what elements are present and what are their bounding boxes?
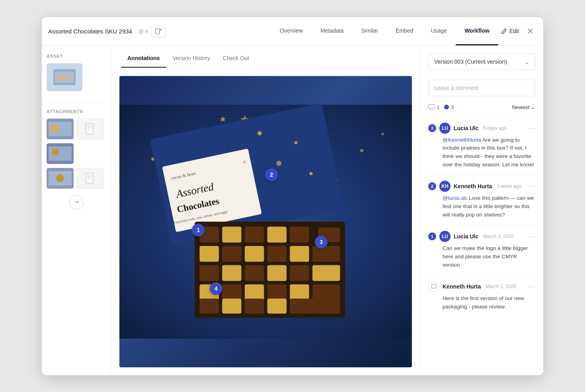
svg-rect-55 [312, 246, 340, 261]
chevron-down-icon: ⌄ [524, 58, 529, 66]
svg-rect-69 [222, 298, 241, 314]
svg-rect-46 [245, 226, 264, 242]
comment-thread-1: 3 LU Lucia Ulc 5 days ago ⋯ @KennethHurt… [428, 117, 535, 175]
comment-menu-2[interactable]: ⋯ [528, 182, 535, 191]
svg-rect-56 [200, 265, 219, 281]
attachments-list [47, 119, 106, 189]
attachment-row-3 [47, 168, 106, 189]
svg-rect-12 [49, 146, 72, 161]
svg-rect-53 [267, 246, 287, 261]
tab-usage[interactable]: Usage [422, 17, 456, 46]
comment-body-3: Can we make the logo a little bigger her… [428, 244, 535, 269]
comment-menu-3[interactable]: ⋯ [528, 232, 535, 241]
version-dropdown[interactable]: Version 003 (Current version) ⌄ [428, 54, 535, 70]
svg-rect-5 [57, 74, 64, 80]
avatar-2: KH [439, 181, 450, 192]
avatar-4 [428, 281, 439, 292]
comment-meta-3: 1 LU Lucia Ulc March 3, 2020 ⋯ [428, 231, 535, 242]
comment-thread-2: 2 KH Kenneth Hurta 1 week ago ⋯ @lucia.u… [428, 175, 535, 225]
edit-button[interactable]: Edit [501, 28, 519, 34]
svg-rect-67 [312, 284, 340, 300]
next-button[interactable]: → [69, 195, 84, 209]
asset-thumbnail[interactable] [47, 63, 82, 91]
sidebar-divider [47, 102, 106, 103]
comment-count-2: 3 [444, 104, 454, 110]
comment-time-1: 5 days ago [483, 125, 507, 131]
comment-time-2: 1 week ago [497, 183, 521, 189]
comment-count-value-2: 3 [451, 104, 454, 110]
right-panel: Version 003 (Current version) ⌄ Leave a … [420, 46, 543, 375]
sub-tab-annotations[interactable]: Annotations [121, 55, 166, 68]
mention-2: @lucia.ulc [443, 195, 467, 201]
svg-rect-75 [429, 105, 435, 109]
sidebar: ASSET ATTACHMENTS [42, 46, 111, 375]
chocolate-image-bg: cocoa & bean Assorted Chocolates Free fr… [119, 76, 412, 367]
content-area: Annotations Version History Check Out [111, 46, 420, 375]
svg-rect-52 [245, 246, 264, 261]
sub-tab-version-history[interactable]: Version History [166, 55, 216, 68]
annotation-pin-2[interactable]: 2 [265, 168, 278, 181]
mention-1: @KennethHurta [443, 137, 481, 143]
comment-body-1: @KennethHurta Are we going to include pr… [428, 136, 535, 170]
svg-rect-65 [267, 284, 287, 300]
add-to-collection-button[interactable] [151, 25, 166, 37]
tab-similar[interactable]: Similar [353, 17, 387, 46]
svg-rect-45 [222, 226, 241, 242]
avatar-1: LU [439, 123, 450, 134]
attachment-thumb-2[interactable] [47, 143, 74, 164]
comment-author-3: Lucia Ulc [454, 233, 478, 240]
svg-rect-70 [245, 298, 264, 314]
comment-menu-4[interactable]: ⋯ [528, 282, 535, 291]
attachment-thumb-1[interactable] [47, 119, 74, 139]
version-label: Version 003 (Current version) [434, 59, 507, 65]
header-meta: @ 4 [138, 25, 166, 37]
svg-rect-72 [290, 298, 340, 314]
tab-metadata[interactable]: Metadata [312, 17, 352, 46]
svg-rect-50 [200, 246, 219, 261]
comment-pin-number-2: 2 [428, 182, 436, 190]
comment-meta-2: 2 KH Kenneth Hurta 1 week ago ⋯ [428, 181, 535, 192]
sort-chevron-icon: ⌄ [531, 104, 535, 110]
comment-time-3: March 3, 2020 [483, 234, 514, 239]
attachment-row-1 [47, 119, 106, 139]
attachment-icon-1[interactable] [77, 119, 104, 139]
comment-pin-number-3: 1 [428, 232, 436, 240]
sub-tab-check-out[interactable]: Check Out [216, 55, 255, 68]
sub-tabs: Annotations Version History Check Out [111, 46, 420, 68]
svg-rect-0 [156, 29, 160, 34]
svg-rect-63 [222, 284, 241, 300]
comment-author-4: Kenneth Hurta [443, 283, 481, 290]
comment-meta-1: 3 LU Lucia Ulc 5 days ago ⋯ [428, 123, 535, 134]
window-title: Assorted Chocolates SKU 2934 [48, 28, 132, 35]
svg-rect-59 [267, 265, 287, 281]
svg-rect-13 [52, 149, 58, 155]
comment-count-value-1: 1 [437, 104, 439, 110]
header-actions: Edit ✕ [501, 25, 537, 37]
tab-embed[interactable]: Embed [387, 17, 422, 46]
header: Assorted Chocolates SKU 2934 @ 4 Overvie… [42, 17, 543, 46]
tab-workflow[interactable]: Workflow [456, 17, 498, 46]
svg-rect-48 [290, 226, 309, 242]
comment-text-3: Can we make the logo a little bigger her… [443, 245, 528, 268]
sort-label: Newest [512, 104, 529, 110]
attachment-thumb-3[interactable] [47, 168, 74, 189]
annotation-pin-4[interactable]: 4 [210, 282, 222, 295]
tab-overview[interactable]: Overview [271, 17, 312, 46]
annotation-pin-3[interactable]: 3 [315, 236, 328, 248]
comments-header: 1 3 Newest ⌄ [428, 104, 535, 110]
comment-thread-3: 1 LU Lucia Ulc March 3, 2020 ⋯ Can we ma… [428, 225, 535, 275]
sort-select[interactable]: Newest ⌄ [512, 104, 535, 110]
unread-dot [444, 105, 449, 109]
asset-label: ASSET [47, 54, 106, 59]
close-button[interactable]: ✕ [524, 25, 537, 37]
svg-point-27 [381, 133, 384, 135]
attachment-icon-2[interactable] [77, 168, 104, 189]
comment-placeholder: Leave a comment [434, 85, 478, 91]
annotation-pin-1[interactable]: 1 [192, 224, 205, 236]
svg-rect-58 [245, 265, 264, 281]
comment-count-1: 1 [428, 104, 439, 110]
comment-menu-1[interactable]: ⋯ [528, 124, 535, 133]
comment-input[interactable]: Leave a comment [428, 80, 535, 96]
svg-rect-47 [267, 226, 287, 242]
at-count: @ 4 [138, 28, 148, 34]
